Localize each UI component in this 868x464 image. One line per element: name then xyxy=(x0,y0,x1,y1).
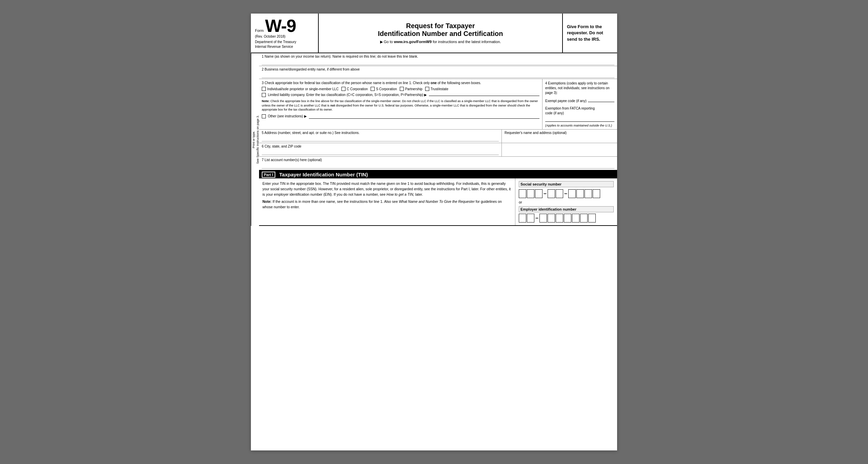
ein-box-4[interactable] xyxy=(548,214,555,223)
row-4: 4 Exemptions (codes apply only to certai… xyxy=(542,79,617,129)
ssn-dash-2: – xyxy=(564,191,567,197)
check-c-corp: C Corporation xyxy=(341,87,368,91)
field-2-label: 2 Business name/disregarded entity name,… xyxy=(262,67,614,71)
checkbox-llc[interactable] xyxy=(262,93,266,97)
partnership-label: Partnership xyxy=(405,87,422,91)
field-5-input[interactable] xyxy=(262,135,499,141)
trust-label: Trust/estate xyxy=(431,87,448,91)
checkbox-c-corp[interactable] xyxy=(341,87,346,91)
ein-section: Employer identification number – xyxy=(519,206,614,223)
ssn-group-1 xyxy=(519,189,542,198)
field-7-label: 7 List account number(s) here (optional) xyxy=(262,158,614,162)
requester-field: Requester's name and address (optional) xyxy=(502,130,617,143)
header-url: ▶ Go to www.irs.gov/FormW9 for instructi… xyxy=(326,40,555,44)
form-dept: Department of the Treasury Internal Reve… xyxy=(255,40,314,49)
row-5-left: 5 Address (number, street, and apt. or s… xyxy=(259,130,502,143)
llc-label: Limited liability company. Enter the tax… xyxy=(268,93,427,97)
ssn-box-5[interactable] xyxy=(556,189,563,198)
part-I-label: Part I xyxy=(262,173,275,177)
ein-box-1[interactable] xyxy=(519,214,526,223)
llc-input-line[interactable] xyxy=(429,96,539,96)
row-3: 3 Check appropriate box for federal tax … xyxy=(259,79,542,129)
part-I-right: Social security number – xyxy=(515,178,617,225)
fatca-label: Exemption from FATCA reporting code (if … xyxy=(545,106,614,122)
ssn-box-8[interactable] xyxy=(585,189,592,198)
ein-box-5[interactable] xyxy=(556,214,563,223)
row-7: 7 List account number(s) here (optional) xyxy=(259,157,617,171)
form-number: W-9 xyxy=(265,17,296,35)
row-3-4: 3 Check appropriate box for federal tax … xyxy=(259,79,617,130)
form-rev: (Rev. October 2018) xyxy=(255,35,314,38)
header-left: Form W-9 (Rev. October 2018) Department … xyxy=(251,14,319,53)
ssn-label: Social security number xyxy=(519,181,614,187)
checkbox-trust[interactable] xyxy=(425,87,429,91)
other-input-line[interactable] xyxy=(309,114,539,119)
ssn-box-9[interactable] xyxy=(593,189,600,198)
check-s-corp: S Corporation xyxy=(371,87,397,91)
form-label: Form xyxy=(255,28,264,33)
ssn-box-1[interactable] xyxy=(519,189,526,198)
ein-box-3[interactable] xyxy=(539,214,547,223)
exempt-payee-label: Exempt payee code (if any) xyxy=(545,99,587,103)
header-right: Give Form to the requester. Do not send … xyxy=(563,14,617,53)
ein-boxes: – xyxy=(519,214,614,223)
ssn-box-4[interactable] xyxy=(548,189,555,198)
check-partnership: Partnership xyxy=(400,87,422,91)
ssn-boxes: – – xyxy=(519,189,614,198)
checkbox-partnership[interactable] xyxy=(400,87,404,91)
ein-box-9[interactable] xyxy=(588,214,596,223)
llc-row: Limited liability company. Enter the tax… xyxy=(262,93,539,97)
ssn-box-3[interactable] xyxy=(535,189,542,198)
field-1-input[interactable] xyxy=(262,59,614,65)
ssn-box-6[interactable] xyxy=(568,189,576,198)
classification-boxes: Individual/sole proprietor or single-mem… xyxy=(262,87,539,91)
checkbox-other[interactable] xyxy=(262,114,266,118)
header-center: Request for Taxpayer Identification Numb… xyxy=(319,14,563,53)
field-4-label: 4 Exemptions (codes apply only to certai… xyxy=(545,81,614,95)
checkbox-s-corp[interactable] xyxy=(371,87,375,91)
ein-box-7[interactable] xyxy=(572,214,579,223)
part-I-body: Enter your TIN in the appropriate box. T… xyxy=(259,178,617,226)
form-body: Print or type. See Specific Instructions… xyxy=(251,53,617,226)
ein-dash: – xyxy=(535,215,538,221)
field-7-input[interactable] xyxy=(262,162,614,169)
ssn-box-7[interactable] xyxy=(576,189,584,198)
field-6-input[interactable] xyxy=(262,149,499,155)
ein-group-2 xyxy=(539,214,596,223)
ssn-group-3 xyxy=(568,189,600,198)
header-title-sub: Identification Number and Certification xyxy=(326,30,555,38)
header-title-main: Request for Taxpayer xyxy=(326,22,555,30)
ein-box-8[interactable] xyxy=(580,214,588,223)
c-corp-label: C Corporation xyxy=(347,87,368,91)
requester-label: Requester's name and address (optional) xyxy=(505,131,614,135)
s-corp-label: S Corporation xyxy=(376,87,397,91)
row-6-left: 6 City, state, and ZIP code xyxy=(259,143,502,156)
note-text: Note: Check the appropriate box in the l… xyxy=(262,99,539,112)
ein-label: Employer identification number xyxy=(519,206,614,212)
field-2-row: 2 Business name/disregarded entity name,… xyxy=(259,66,617,79)
form-header: Form W-9 (Rev. October 2018) Department … xyxy=(251,14,617,53)
ein-box-6[interactable] xyxy=(564,214,571,223)
field-1-row: 1 Name (as shown on your income tax retu… xyxy=(259,53,617,66)
check-individual: Individual/sole proprietor or single-mem… xyxy=(262,87,339,91)
field-2-input[interactable] xyxy=(262,72,614,78)
other-label: Other (see instructions) ▶ xyxy=(268,114,307,118)
row-6: 6 City, state, and ZIP code xyxy=(259,143,617,157)
ein-box-2[interactable] xyxy=(527,214,534,223)
ssn-box-2[interactable] xyxy=(527,189,534,198)
ssn-section: Social security number – xyxy=(519,181,614,198)
field-1-label: 1 Name (as shown on your income tax retu… xyxy=(262,55,614,58)
fatca-input[interactable] xyxy=(545,117,614,122)
fatca-note: (Applies to accounts maintained outside … xyxy=(545,124,614,127)
row-6-right xyxy=(502,143,617,156)
part-I-title: Taxpayer Identification Number (TIN) xyxy=(279,172,368,177)
part-I-text: Enter your TIN in the appropriate box. T… xyxy=(262,181,512,197)
print-or-type-label: Print or type. xyxy=(252,131,256,148)
exempt-payee-input[interactable] xyxy=(588,97,614,102)
checkbox-individual[interactable] xyxy=(262,87,266,91)
ein-group-1 xyxy=(519,214,534,223)
field-6-label: 6 City, state, and ZIP code xyxy=(262,144,499,148)
side-label: Print or type. See Specific Instructions… xyxy=(251,53,259,226)
exempt-payee-row: Exempt payee code (if any) xyxy=(545,97,614,103)
individual-label: Individual/sole proprietor or single-mem… xyxy=(267,87,339,91)
